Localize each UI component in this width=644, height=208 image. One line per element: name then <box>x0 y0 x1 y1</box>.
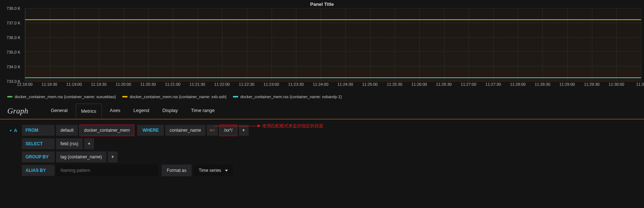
x-tick: 11:25:30 <box>387 82 402 86</box>
x-tick: 11:26:00 <box>411 82 427 86</box>
where-value[interactable]: /xx*/ <box>219 124 237 136</box>
alias-input[interactable] <box>56 165 158 176</box>
from-keyword[interactable]: FROM <box>22 125 55 136</box>
y-axis: 733.0 K734.0 K735.0 K736.0 K737.0 K738.0… <box>3 8 23 81</box>
where-tag[interactable]: container_name <box>165 125 205 136</box>
x-tick: 11:26:30 <box>436 82 452 86</box>
add-groupby[interactable]: + <box>108 151 118 162</box>
tab-time-range[interactable]: Time range <box>186 103 220 118</box>
legend-item[interactable]: docker_container_mem.rss {container_name… <box>122 95 226 99</box>
x-tick: 11:23:00 <box>264 82 279 86</box>
groupby-row: GROUP BY tag (container_name) + <box>7 151 637 162</box>
select-row: SELECT field (rss) + <box>7 138 637 149</box>
legend-swatch <box>7 96 12 97</box>
y-tick: 738.0 K <box>7 6 20 11</box>
x-tick: 11:18:30 <box>42 82 57 86</box>
select-field[interactable]: field (rss) <box>56 138 83 149</box>
x-tick: 11:20:30 <box>140 82 156 86</box>
x-tick: 11:28:30 <box>535 82 550 86</box>
tab-legend[interactable]: Legend <box>129 103 154 118</box>
x-tick: 11:29:00 <box>559 82 575 86</box>
alias-row: ALIAS BY Format as Time series <box>7 165 637 176</box>
legend-label: docker_container_mem.rss {container_name… <box>240 95 342 99</box>
groupby-tag[interactable]: tag (container_name) <box>56 151 106 162</box>
legend-item[interactable]: docker_container_mem.rss {container_name… <box>233 95 342 99</box>
x-axis: 11:18:0011:18:3011:19:0011:19:3011:20:00… <box>25 82 641 89</box>
legend-label: docker_container_mem.rss {container_name… <box>130 95 226 99</box>
x-tick: 11:21:00 <box>165 82 181 86</box>
chart-area: 733.0 K734.0 K735.0 K736.0 K737.0 K738.0… <box>3 8 641 92</box>
where-keyword[interactable]: WHERE <box>137 125 164 136</box>
series-line <box>25 19 641 20</box>
format-as-select[interactable]: Time series <box>194 165 233 176</box>
plot-canvas[interactable] <box>25 8 641 81</box>
from-row: ▾ A FROM default docker_container_mem WH… <box>7 124 637 136</box>
from-policy[interactable]: default <box>56 125 78 136</box>
from-measurement[interactable]: docker_container_mem <box>79 124 134 136</box>
add-where-clause[interactable]: + <box>239 125 249 136</box>
add-select[interactable]: + <box>84 138 94 149</box>
y-tick: 736.0 K <box>7 35 20 40</box>
editor-type-label: Graph <box>7 106 28 116</box>
x-tick: 11:19:30 <box>91 82 107 86</box>
x-tick: 11:22:00 <box>214 82 230 86</box>
tab-general[interactable]: General <box>46 103 72 118</box>
x-tick: 11:30 <box>636 82 644 86</box>
x-tick: 11:30:00 <box>609 82 624 86</box>
x-tick: 11:24:00 <box>313 82 328 86</box>
y-tick: 735.0 K <box>7 50 20 54</box>
format-as-value: Time series <box>199 168 221 173</box>
legend-item[interactable]: docker_container_mem.rss {container_name… <box>7 95 116 99</box>
x-tick: 11:23:30 <box>288 82 304 86</box>
groupby-keyword[interactable]: GROUP BY <box>22 151 55 162</box>
x-tick: 11:27:30 <box>485 82 501 86</box>
x-tick: 11:24:30 <box>337 82 353 86</box>
tab-metrics[interactable]: Metrics <box>76 104 102 119</box>
alias-keyword[interactable]: ALIAS BY <box>22 165 55 176</box>
query-letter[interactable]: A <box>14 128 22 133</box>
where-operator[interactable]: =~ <box>207 125 218 136</box>
x-tick: 11:22:30 <box>239 82 254 86</box>
editor-tabs-row: Graph GeneralMetricsAxesLegendDisplayTim… <box>0 103 644 119</box>
chart-legend: docker_container_mem.rss {container_name… <box>7 95 637 99</box>
x-tick: 11:28:00 <box>510 82 526 86</box>
x-tick: 11:18:00 <box>17 82 33 86</box>
chevron-down-icon <box>225 170 228 172</box>
x-tick: 11:19:00 <box>66 82 82 86</box>
select-keyword[interactable]: SELECT <box>22 138 55 149</box>
series-line <box>25 77 641 78</box>
x-tick: 11:20:00 <box>115 82 131 86</box>
legend-swatch <box>122 96 127 97</box>
y-tick: 737.0 K <box>7 21 20 25</box>
x-tick: 11:21:30 <box>190 82 205 86</box>
tab-display[interactable]: Display <box>157 103 183 118</box>
query-editor: ▾ A FROM default docker_container_mem WH… <box>0 119 644 184</box>
x-tick: 11:25:00 <box>362 82 378 86</box>
x-tick: 11:29:30 <box>584 82 600 86</box>
panel-title: Panel Title <box>0 0 644 8</box>
legend-label: docker_container_mem.rss {container_name… <box>15 95 116 99</box>
collapse-toggle[interactable]: ▾ <box>7 128 14 132</box>
x-tick: 11:27:00 <box>461 82 477 86</box>
legend-swatch <box>233 96 238 97</box>
format-as-label: Format as <box>162 165 191 176</box>
tab-axes[interactable]: Axes <box>105 103 126 118</box>
y-tick: 734.0 K <box>7 65 20 69</box>
